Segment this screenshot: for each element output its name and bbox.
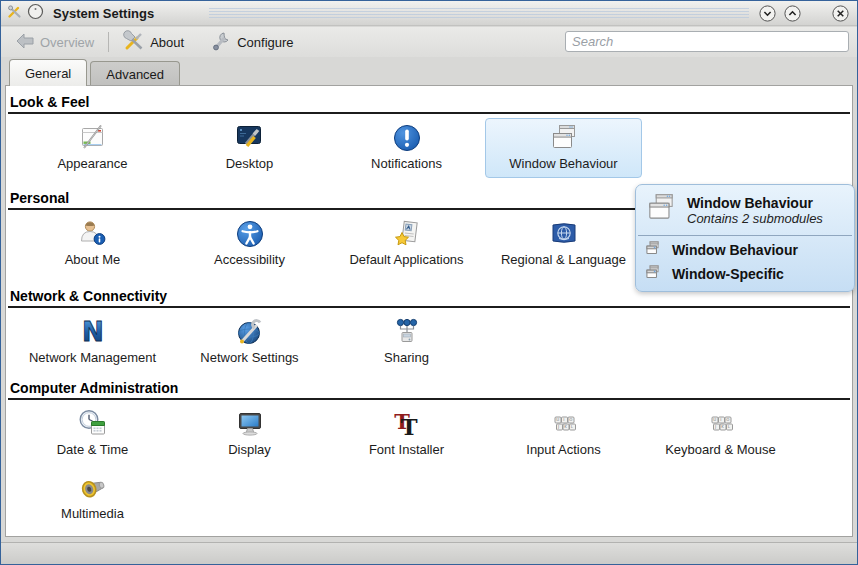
module-window-behaviour[interactable]: Window Behaviour [485, 118, 642, 178]
module-about-me[interactable]: About Me [14, 214, 171, 274]
display-icon [234, 405, 266, 440]
keyboard-icon: UIO JKL [548, 405, 580, 440]
date-time-icon [77, 405, 109, 440]
module-accessibility[interactable]: Accessibility [171, 214, 328, 274]
section-rule [8, 112, 850, 114]
window-behaviour-icon [548, 119, 580, 154]
svg-text:J: J [714, 424, 716, 429]
svg-text:N: N [82, 317, 104, 347]
notifications-icon [391, 119, 423, 154]
svg-text:T: T [400, 413, 417, 440]
network-management-icon: N [77, 313, 109, 348]
font-installer-icon: T T [391, 405, 423, 440]
section-look-and-feel: Look & Feel Ap [8, 94, 850, 178]
module-sharing[interactable]: Sharing [328, 312, 485, 372]
about-me-icon [77, 215, 109, 250]
search-input[interactable] [565, 31, 849, 52]
accessibility-icon [234, 215, 266, 250]
status-bar [1, 542, 857, 564]
module-network-management[interactable]: N Network Management [14, 312, 171, 372]
svg-text:U: U [713, 417, 716, 422]
module-appearance[interactable]: Appearance [14, 118, 171, 178]
titlebar-decoration [209, 8, 749, 19]
tab-general[interactable]: General [9, 59, 87, 86]
module-tooltip: Window Behaviour Contains 2 submodules W… [635, 184, 855, 292]
section-header: Look & Feel [10, 94, 848, 110]
section-computer-administration: Computer Administration [8, 380, 850, 528]
svg-text:K: K [564, 424, 567, 429]
sharing-icon [391, 313, 423, 348]
tooltip-separator [638, 235, 852, 236]
maximize-button[interactable] [783, 5, 801, 23]
window-behaviour-icon [644, 191, 678, 229]
minimize-button[interactable] [758, 5, 776, 23]
tooltip-subtitle: Contains 2 submodules [687, 211, 823, 226]
section-rule [8, 306, 850, 308]
close-button[interactable] [831, 5, 849, 23]
module-network-settings[interactable]: Network Settings [171, 312, 328, 372]
keyboard-icon: UIO JKL [705, 405, 737, 440]
regional-language-icon [548, 215, 580, 250]
default-applications-icon [391, 215, 423, 250]
overview-button[interactable]: Overview [9, 29, 100, 56]
speaker-icon [77, 469, 109, 504]
svg-text:K: K [721, 424, 724, 429]
appearance-icon [77, 119, 109, 154]
toolbar: Overview About Configu [1, 27, 857, 57]
desktop-icon [234, 119, 266, 154]
settings-panel: Look & Feel Ap [5, 85, 853, 537]
module-desktop[interactable]: Desktop [171, 118, 328, 178]
module-font-installer[interactable]: T T Font Installer [328, 404, 485, 464]
tab-advanced[interactable]: Advanced [90, 61, 180, 86]
svg-text:O: O [569, 417, 572, 422]
module-multimedia[interactable]: Multimedia [14, 468, 171, 528]
submodule-window-behaviour[interactable]: Window Behaviour [636, 238, 854, 262]
back-arrow-icon [15, 31, 35, 54]
module-default-applications[interactable]: Default Applications [328, 214, 485, 274]
module-date-time[interactable]: Date & Time [14, 404, 171, 464]
configure-button[interactable]: Configure [204, 28, 299, 57]
module-notifications[interactable]: Notifications [328, 118, 485, 178]
window-behaviour-icon [644, 240, 661, 260]
window-title: System Settings [53, 6, 154, 21]
section-network-connectivity: Network & Connectivity N Network Managem… [8, 288, 850, 372]
section-rule [8, 398, 850, 400]
window-behaviour-icon [644, 264, 661, 284]
crossed-tools-icon [123, 30, 145, 55]
app-tools-icon [7, 4, 22, 23]
system-settings-window: System Settings [0, 0, 858, 565]
svg-text:U: U [556, 417, 559, 422]
submodule-window-specific[interactable]: Window-Specific [636, 262, 854, 286]
wrench-icon [210, 30, 232, 55]
svg-text:O: O [726, 417, 729, 422]
module-input-actions[interactable]: UIO JKL Input Actions [485, 404, 642, 464]
tooltip-title: Window Behaviour [687, 195, 823, 211]
svg-text:I: I [720, 417, 721, 422]
about-button[interactable]: About [117, 28, 190, 57]
svg-text:J: J [557, 424, 559, 429]
module-regional-language[interactable]: Regional & Language [485, 214, 642, 274]
tab-bar: General Advanced [5, 57, 853, 86]
toolbar-separator [108, 32, 109, 52]
module-keyboard-mouse[interactable]: UIO JKL Keyboard & Mouse [642, 404, 799, 464]
module-display[interactable]: Display [171, 404, 328, 464]
titlebar[interactable]: System Settings [1, 1, 857, 26]
window-menu-button[interactable] [27, 3, 44, 24]
section-header: Computer Administration [10, 380, 848, 396]
network-settings-icon [234, 313, 266, 348]
svg-text:I: I [563, 417, 564, 422]
